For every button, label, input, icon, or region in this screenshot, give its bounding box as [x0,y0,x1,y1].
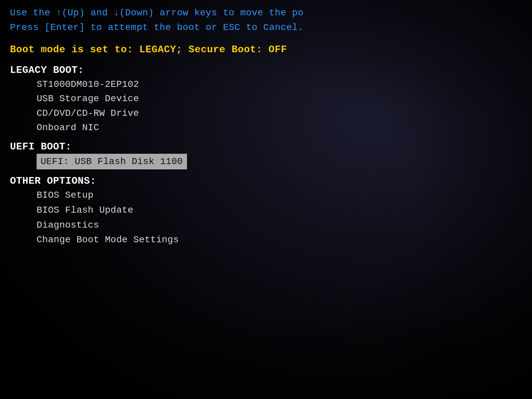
legacy-boot-item-hdd[interactable]: ST1000DM010-2EP102 [10,77,522,92]
uefi-selected-row: UEFI: USB Flash Disk 1100 [10,154,522,169]
other-options-header: OTHER OPTIONS: [10,175,522,187]
legacy-boot-item-dvd[interactable]: CD/DVD/CD-RW Drive [10,106,522,120]
uefi-boot-header: UEFI BOOT: [10,141,522,152]
other-option-bios-setup[interactable]: BIOS Setup [10,188,522,203]
other-option-diagnostics[interactable]: Diagnostics [10,218,522,233]
uefi-boot-item-usb-flash[interactable]: UEFI: USB Flash Disk 1100 [37,154,187,169]
bios-boot-screen: Use the ↑(Up) and ↓(Down) arrow keys to … [0,0,532,399]
boot-mode-status: Boot mode is set to: LEGACY; Secure Boot… [10,44,522,55]
other-option-bios-flash[interactable]: BIOS Flash Update [10,203,522,218]
instruction-line-2: Press [Enter] to attempt the boot or ESC… [10,21,522,35]
main-content: Use the ↑(Up) and ↓(Down) arrow keys to … [10,6,522,248]
legacy-boot-header: LEGACY BOOT: [10,65,522,76]
other-option-change-boot-mode[interactable]: Change Boot Mode Settings [10,233,522,248]
instruction-line-1: Use the ↑(Up) and ↓(Down) arrow keys to … [10,6,522,20]
legacy-boot-item-nic[interactable]: Onboard NIC [10,120,522,135]
legacy-boot-item-usb[interactable]: USB Storage Device [10,92,522,106]
